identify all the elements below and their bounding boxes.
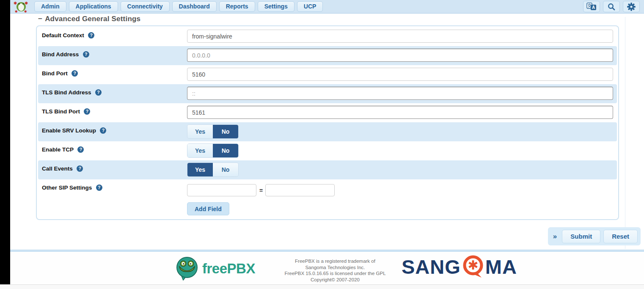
sangoma-footer-logo[interactable]: SANG ✱ MA	[402, 255, 517, 278]
field-label: TLS Bind Address	[42, 89, 91, 96]
nav-item-reports[interactable]: Reports	[219, 1, 255, 12]
collapse-actions-chevron[interactable]: »	[551, 232, 559, 241]
enable-srv-lookup-toggle: Yes No	[187, 124, 239, 139]
legal-line: FreePBX 15.0.16.65 is licensed under the…	[284, 270, 386, 277]
legal-line: Sangoma Technologies Inc.	[284, 264, 386, 271]
field-label: Bind Address	[42, 51, 79, 58]
toggle-yes-button[interactable]: Yes	[187, 144, 213, 157]
toggle-no-button[interactable]: No	[213, 125, 238, 138]
toggle-no-button[interactable]: No	[213, 163, 238, 176]
legal-line: FreePBX is a registered trademark of	[284, 258, 386, 264]
settings-row-tls-bind-port: TLS Bind Port ?	[38, 103, 617, 122]
field-label: Enable TCP	[42, 146, 74, 153]
help-icon[interactable]: ?	[83, 51, 89, 58]
help-icon[interactable]: ?	[95, 89, 102, 96]
translate-icon: A	[586, 3, 597, 11]
freepbx-bubble-icon	[175, 256, 199, 281]
default-context-input[interactable]	[187, 30, 613, 43]
equals-sign: =	[259, 187, 263, 194]
settings-row-bind-address: Bind Address ?	[38, 46, 617, 65]
sangoma-wordmark-left: SANG	[402, 255, 461, 278]
svg-text:✱: ✱	[14, 1, 17, 6]
gear-icon	[627, 3, 636, 11]
reset-button[interactable]: Reset	[603, 230, 638, 243]
top-navbar: ✱ ✱ ✱ ✱ Admin Applications Connectivity …	[10, 0, 644, 14]
settings-row-enable-tcp: Enable TCP ? Yes No	[38, 141, 617, 160]
page-footer: freePBX FreePBX is a registered trademar…	[10, 252, 644, 284]
other-sip-key-input[interactable]	[187, 184, 256, 196]
legal-line: Copyright© 2007-2020	[284, 277, 386, 283]
toggle-no-button[interactable]: No	[213, 144, 238, 157]
footer-divider	[10, 250, 644, 252]
field-label: Other SIP Settings	[42, 184, 92, 191]
settings-row-bind-port: Bind Port ?	[38, 65, 617, 84]
tls-bind-address-input[interactable]	[187, 87, 613, 100]
sangoma-bubble-icon: ✱	[462, 255, 484, 278]
add-field-button[interactable]: Add Field	[187, 202, 229, 215]
bind-address-input[interactable]	[187, 49, 613, 62]
svg-text:✱: ✱	[15, 10, 18, 13]
toggle-yes-button[interactable]: Yes	[187, 125, 213, 138]
settings-gear-button[interactable]	[623, 1, 640, 12]
nav-item-dashboard[interactable]: Dashboard	[172, 1, 217, 12]
nav-item-ucp[interactable]: UCP	[297, 1, 323, 12]
settings-row-tls-bind-address: TLS Bind Address ?	[38, 84, 617, 103]
advanced-general-settings-panel: Default Context ? Bind Address ? Bind Po…	[36, 25, 619, 220]
bind-port-input[interactable]	[187, 68, 613, 81]
svg-text:✱: ✱	[468, 258, 478, 272]
settings-row-default-context: Default Context ?	[38, 27, 617, 46]
collapse-icon: −	[38, 15, 42, 23]
field-label: Enable SRV Lookup	[42, 127, 96, 134]
nav-item-applications[interactable]: Applications	[69, 1, 118, 12]
help-icon[interactable]: ?	[100, 127, 106, 134]
settings-row-add-field: Add Field	[38, 198, 617, 220]
language-button[interactable]: A	[583, 1, 600, 12]
settings-row-other-sip-settings: Other SIP Settings ? =	[38, 179, 617, 198]
freepbx-wordmark: freePBX	[202, 261, 255, 277]
section-title-text: Advanced General Settings	[45, 15, 140, 23]
field-label: Call Events	[42, 165, 73, 172]
footer-legal-text: FreePBX is a registered trademark of San…	[284, 258, 386, 283]
enable-tcp-toggle: Yes No	[187, 143, 239, 158]
field-label: TLS Bind Port	[42, 108, 80, 115]
help-icon[interactable]: ?	[96, 184, 102, 191]
bottom-scroll-strip[interactable]	[0, 284, 644, 289]
left-black-bar	[0, 0, 10, 285]
settings-row-enable-srv-lookup: Enable SRV Lookup ? Yes No	[38, 122, 617, 141]
tls-bind-port-input[interactable]	[187, 106, 613, 119]
other-sip-value-input[interactable]	[265, 184, 335, 196]
help-icon[interactable]: ?	[77, 146, 84, 153]
sangoma-wordmark-right: MA	[485, 255, 517, 278]
submit-button[interactable]: Submit	[562, 230, 600, 243]
freepbx-frog-logo[interactable]: ✱ ✱ ✱ ✱	[13, 0, 30, 13]
help-icon[interactable]: ?	[72, 70, 78, 77]
field-label: Bind Port	[42, 70, 68, 77]
content-right-edge	[625, 17, 625, 249]
help-icon[interactable]: ?	[84, 108, 90, 115]
svg-text:A: A	[592, 5, 595, 10]
nav-item-admin[interactable]: Admin	[34, 1, 66, 12]
search-button[interactable]	[603, 1, 620, 12]
help-icon[interactable]: ?	[88, 32, 94, 39]
svg-text:✱: ✱	[24, 10, 27, 13]
freepbx-footer-logo[interactable]: freePBX	[175, 256, 255, 281]
search-icon	[608, 3, 615, 11]
toggle-yes-button[interactable]: Yes	[187, 163, 213, 176]
navbar-right-icons: A	[583, 1, 644, 12]
call-events-toggle: Yes No	[187, 162, 239, 177]
nav-item-connectivity[interactable]: Connectivity	[121, 1, 170, 12]
section-heading[interactable]: −Advanced General Settings	[38, 15, 140, 23]
settings-row-call-events: Call Events ? Yes No	[38, 160, 617, 179]
nav-item-settings[interactable]: Settings	[258, 1, 294, 12]
field-label: Default Context	[42, 32, 84, 39]
form-actions-bar: » Submit Reset	[548, 227, 641, 245]
help-icon[interactable]: ?	[77, 165, 83, 172]
